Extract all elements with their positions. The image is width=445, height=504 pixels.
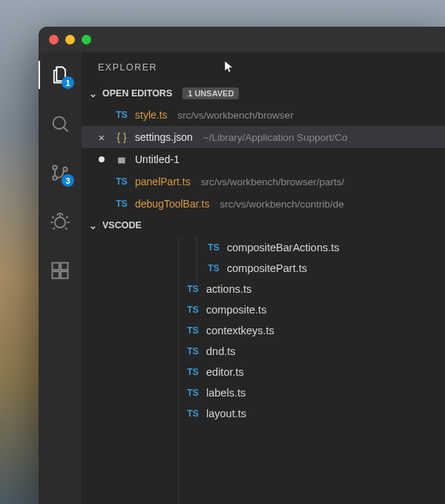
- titlebar[interactable]: [39, 27, 445, 52]
- tree-file-item[interactable]: TSeditor.ts: [82, 362, 445, 382]
- open-editor-item[interactable]: TSpanelPart.tssrc/vs/workbench/browser/p…: [82, 170, 445, 193]
- open-editor-item[interactable]: ≣Untitled-1: [82, 148, 445, 170]
- svg-point-4: [55, 217, 65, 228]
- sidebar-title: EXPLORER: [82, 52, 445, 83]
- sidebar-title-text: EXPLORER: [98, 62, 157, 73]
- activity-scm[interactable]: 3: [39, 156, 82, 190]
- extensions-icon: [50, 260, 70, 281]
- open-editors-list: TSstyle.tssrc/vs/workbench/browser×{ }se…: [82, 104, 445, 215]
- svg-point-2: [53, 176, 56, 179]
- typescript-file-icon: TS: [114, 199, 129, 209]
- activity-explorer[interactable]: 1: [39, 58, 82, 92]
- file-name: compositePart.ts: [227, 262, 307, 274]
- file-path: src/vs/workbench/browser/parts/: [201, 176, 345, 188]
- file-name: editor.ts: [206, 366, 244, 378]
- traffic-close[interactable]: [49, 35, 59, 44]
- typescript-file-icon: TS: [185, 408, 200, 419]
- typescript-file-icon: TS: [114, 176, 129, 187]
- unsaved-badge: 1 UNSAVED: [182, 87, 239, 99]
- activity-search[interactable]: [39, 107, 82, 141]
- open-editors-label: OPEN EDITORS: [102, 88, 172, 99]
- editor-dirty-indicator[interactable]: [95, 156, 108, 162]
- file-path: src/vs/workbench/contrib/de: [220, 199, 343, 210]
- tree-file-item[interactable]: TScomposite.ts: [82, 299, 445, 320]
- svg-point-1: [53, 165, 56, 169]
- typescript-file-icon: TS: [185, 325, 200, 336]
- file-path: ~/Library/Application Support/Co: [203, 132, 348, 143]
- chevron-down-icon: ⌄: [88, 88, 98, 99]
- window-body: 1 3: [39, 52, 445, 504]
- vscode-window: 1 3: [39, 27, 445, 504]
- workspace-header[interactable]: ⌄ VSCODE: [82, 215, 445, 236]
- text-file-icon: ≣: [114, 153, 129, 165]
- file-name: debugToolBar.ts: [135, 198, 209, 210]
- traffic-maximize[interactable]: [82, 35, 91, 44]
- mouse-cursor-icon: [222, 59, 237, 76]
- svg-point-0: [53, 117, 65, 129]
- workspace-label: VSCODE: [102, 220, 142, 231]
- svg-point-3: [63, 168, 67, 171]
- file-name: layout.ts: [206, 408, 246, 420]
- explorer-sidebar: EXPLORER ⌄ OPEN EDITORS 1 UNSAVED TSstyl…: [82, 52, 445, 504]
- json-file-icon: { }: [114, 131, 129, 143]
- typescript-file-icon: TS: [114, 110, 129, 120]
- file-name: dnd.ts: [206, 345, 236, 357]
- tree-file-item[interactable]: TSlayout.ts: [82, 403, 445, 424]
- typescript-file-icon: TS: [206, 263, 221, 273]
- svg-rect-6: [53, 271, 59, 278]
- svg-rect-5: [53, 263, 59, 270]
- indent-guide: [178, 237, 179, 504]
- typescript-file-icon: TS: [185, 305, 200, 315]
- open-editors-header[interactable]: ⌄ OPEN EDITORS 1 UNSAVED: [82, 83, 445, 104]
- svg-rect-7: [61, 271, 67, 278]
- svg-rect-8: [61, 263, 67, 270]
- open-editor-item[interactable]: TSdebugToolBar.tssrc/vs/workbench/contri…: [82, 193, 445, 215]
- open-editor-item[interactable]: TSstyle.tssrc/vs/workbench/browser: [82, 104, 445, 126]
- typescript-file-icon: TS: [185, 388, 200, 398]
- file-tree: TScompositeBarActions.tsTScompositePart.…: [82, 236, 445, 504]
- typescript-file-icon: TS: [206, 242, 221, 253]
- traffic-minimize[interactable]: [65, 35, 75, 44]
- tree-file-item[interactable]: TScompositeBarActions.ts: [82, 237, 445, 258]
- tree-file-item[interactable]: TSdnd.ts: [82, 341, 445, 362]
- activity-bar: 1 3: [39, 52, 82, 504]
- tree-file-item[interactable]: TSactions.ts: [82, 279, 445, 299]
- activity-extensions[interactable]: [39, 253, 82, 288]
- typescript-file-icon: TS: [185, 367, 200, 377]
- unsaved-dot-icon: [99, 156, 105, 162]
- file-name: compositeBarActions.ts: [227, 242, 340, 253]
- file-name: settings.json: [135, 131, 193, 143]
- tree-file-item[interactable]: TScontextkeys.ts: [82, 320, 445, 341]
- file-name: panelPart.ts: [135, 176, 191, 188]
- search-icon: [50, 113, 70, 134]
- typescript-file-icon: TS: [185, 346, 200, 357]
- typescript-file-icon: TS: [185, 284, 200, 294]
- activity-debug[interactable]: [39, 205, 82, 239]
- file-name: composite.ts: [206, 304, 266, 316]
- file-path: src/vs/workbench/browser: [178, 110, 294, 121]
- open-editor-item[interactable]: ×{ }settings.json~/Library/Application S…: [82, 126, 445, 148]
- file-name: Untitled-1: [135, 153, 179, 165]
- tree-file-item[interactable]: TSlabels.ts: [82, 382, 445, 403]
- activity-scm-badge: 3: [62, 174, 74, 187]
- file-name: labels.ts: [206, 387, 245, 399]
- file-name: style.ts: [135, 109, 168, 121]
- chevron-down-icon: ⌄: [88, 220, 98, 231]
- file-name: actions.ts: [206, 283, 251, 295]
- activity-explorer-badge: 1: [62, 76, 74, 89]
- debug-icon: [50, 211, 70, 232]
- indent-guide: [197, 237, 197, 282]
- file-name: contextkeys.ts: [206, 325, 274, 336]
- close-editor-button[interactable]: ×: [95, 132, 108, 143]
- tree-file-item[interactable]: TScompositePart.ts: [82, 258, 445, 279]
